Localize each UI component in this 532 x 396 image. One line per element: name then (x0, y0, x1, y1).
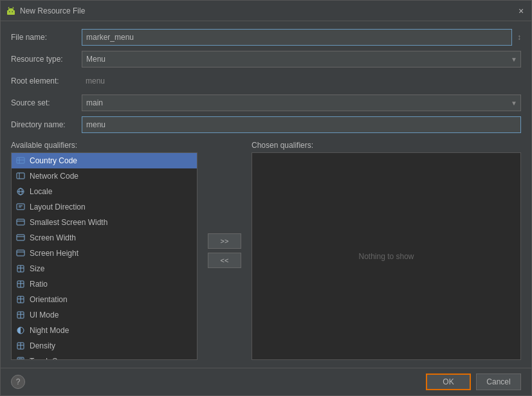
density-label: Density (30, 341, 55, 350)
qualifier-item-touch-screen[interactable]: Touch Screen (12, 354, 197, 360)
ratio-icon (15, 279, 26, 289)
size-icon (15, 264, 26, 274)
help-button[interactable]: ? (11, 375, 25, 389)
locale-icon (15, 186, 26, 197)
orientation-label: Orientation (30, 295, 68, 304)
ok-button[interactable]: OK (426, 374, 471, 390)
svg-rect-40 (19, 359, 23, 360)
qualifier-buttons: >> << (203, 141, 246, 360)
resource-type-label: Resource type: (11, 55, 82, 64)
resource-type-select-wrapper: Menu Layout Values Drawable Color ▼ (82, 51, 521, 68)
source-set-select[interactable]: main test debug release (82, 94, 521, 111)
touch-screen-icon (15, 356, 26, 360)
qualifier-item-screen-height[interactable]: Screen Height (12, 246, 197, 261)
country-code-label: Country Code (30, 156, 77, 165)
android-icon (6, 6, 16, 16)
svg-rect-9 (17, 173, 24, 179)
screen-height-label: Screen Height (30, 249, 78, 258)
ui-mode-label: UI Mode (30, 310, 59, 320)
filename-row: File name: ↕ (11, 29, 521, 46)
qualifier-item-layout-direction[interactable]: Layout Direction (12, 199, 197, 215)
footer-right: OK Cancel (426, 374, 521, 390)
qualifier-item-size[interactable]: Size (12, 261, 197, 276)
smallest-screen-width-icon (15, 217, 26, 228)
svg-rect-19 (17, 235, 24, 240)
network-code-label: Network Code (30, 172, 78, 181)
resource-type-select[interactable]: Menu Layout Values Drawable Color (82, 51, 521, 68)
source-set-label: Source set: (11, 98, 82, 107)
size-label: Size (30, 264, 44, 273)
ratio-label: Ratio (30, 280, 48, 289)
qualifier-item-locale[interactable]: Locale (12, 184, 197, 199)
qualifier-item-density[interactable]: Density (12, 338, 197, 354)
filename-label: File name: (11, 33, 82, 42)
screen-width-icon (15, 233, 26, 243)
nothing-to-show-text: Nothing to show (358, 252, 414, 261)
sort-icon: ↕ (517, 33, 521, 42)
directory-name-input[interactable] (82, 116, 521, 133)
svg-rect-4 (9, 11, 10, 12)
directory-name-row: Directory name: (11, 116, 521, 133)
qualifier-item-smallest-screen-width[interactable]: Smallest Screen Width (12, 215, 197, 230)
dialog-content: File name: ↕ Resource type: Menu Layout … (1, 21, 531, 368)
root-element-row: Root element: menu (11, 73, 521, 89)
night-mode-icon (15, 325, 26, 336)
country-code-icon (15, 156, 26, 166)
qualifier-item-night-mode[interactable]: Night Mode (12, 323, 197, 338)
orientation-icon (15, 294, 26, 305)
svg-rect-5 (12, 11, 14, 12)
remove-qualifier-button[interactable]: << (208, 253, 241, 268)
smallest-screen-width-label: Smallest Screen Width (30, 218, 107, 227)
screen-width-label: Screen Width (30, 233, 76, 242)
directory-name-label: Directory name: (11, 120, 82, 129)
add-qualifier-button[interactable]: >> (208, 233, 241, 249)
source-set-select-wrapper: main test debug release ▼ (82, 94, 521, 111)
qualifier-item-ratio[interactable]: Ratio (12, 276, 197, 292)
footer-left: ? (11, 375, 25, 389)
locale-label: Locale (30, 187, 52, 196)
dialog-footer: ? OK Cancel (1, 368, 531, 395)
qualifier-item-ui-mode[interactable]: UI Mode (12, 307, 197, 323)
qualifier-list[interactable]: Country CodeNetwork CodeLocaleLayout Dir… (11, 152, 197, 360)
filename-input[interactable] (82, 29, 512, 46)
ui-mode-icon (15, 310, 26, 320)
available-qualifiers-panel: Available qualifiers: Country CodeNetwor… (11, 141, 197, 360)
touch-screen-label: Touch Screen (30, 357, 77, 360)
layout-direction-label: Layout Direction (30, 203, 86, 212)
night-mode-label: Night Mode (30, 326, 69, 335)
chosen-qualifiers-label: Chosen qualifiers: (252, 141, 521, 150)
screen-height-icon (15, 248, 26, 258)
resource-type-row: Resource type: Menu Layout Values Drawab… (11, 51, 521, 68)
root-element-label: Root element: (11, 76, 82, 86)
qualifier-item-screen-width[interactable]: Screen Width (12, 230, 197, 246)
root-element-value: menu (82, 73, 521, 89)
dialog-title: New Resource File (20, 6, 516, 15)
qualifiers-section: Available qualifiers: Country CodeNetwor… (11, 141, 521, 360)
svg-rect-1 (8, 8, 14, 12)
close-button[interactable]: × (516, 6, 526, 16)
qualifier-item-orientation[interactable]: Orientation (12, 292, 197, 307)
chosen-qualifiers-area: Nothing to show (252, 152, 521, 360)
svg-rect-21 (17, 250, 24, 256)
layout-direction-icon (15, 202, 26, 212)
density-icon (15, 341, 26, 351)
network-code-icon (15, 171, 26, 181)
cancel-button[interactable]: Cancel (476, 374, 521, 390)
qualifier-item-country-code[interactable]: Country Code (12, 153, 197, 168)
new-resource-file-dialog: New Resource File × File name: ↕ Resourc… (0, 0, 532, 396)
svg-rect-17 (17, 219, 24, 225)
chosen-qualifiers-panel: Chosen qualifiers: Nothing to show (252, 141, 521, 360)
title-bar: New Resource File × (1, 1, 531, 21)
source-set-row: Source set: main test debug release ▼ (11, 94, 521, 111)
svg-line-2 (8, 7, 9, 8)
qualifier-item-network-code[interactable]: Network Code (12, 168, 197, 184)
svg-line-3 (13, 7, 14, 8)
available-qualifiers-label: Available qualifiers: (11, 141, 197, 150)
